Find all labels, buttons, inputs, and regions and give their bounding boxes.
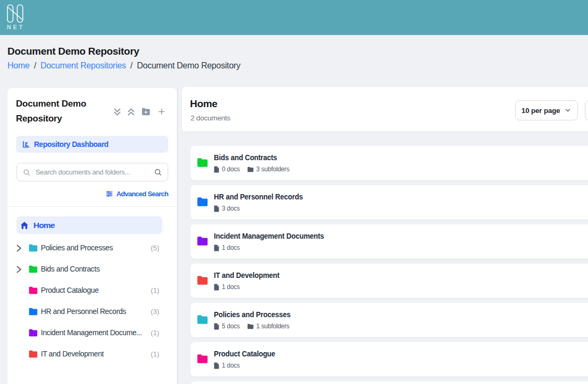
svg-text:NET: NET bbox=[7, 24, 25, 30]
